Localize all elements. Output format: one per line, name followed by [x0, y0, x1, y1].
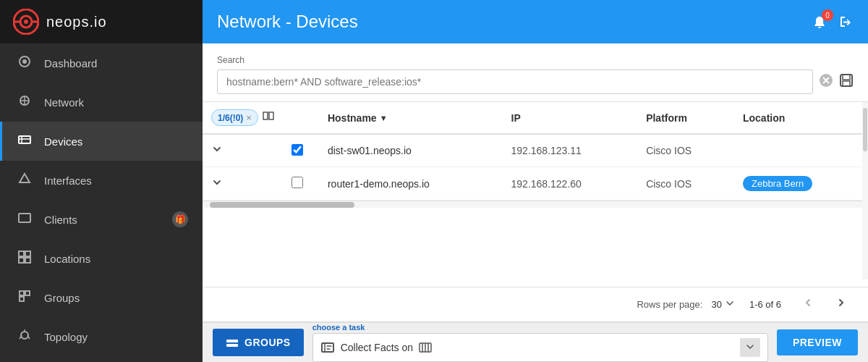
rows-per-page-select[interactable]: 30 [711, 298, 734, 311]
svg-point-22 [21, 332, 28, 339]
page-title: Network - Devices [217, 12, 358, 32]
col-platform-header: Platform [637, 102, 734, 134]
sidebar-item-clients[interactable]: Clients 🎁 [0, 200, 203, 239]
topbar: Network - Devices 0 [203, 0, 868, 43]
hostname-cell: dist-sw01.neops.io [319, 134, 503, 167]
filter-badge: 1/6(!0) × [211, 109, 258, 126]
expand-cell[interactable] [203, 134, 283, 167]
logo-text: neops.io [46, 14, 107, 30]
svg-rect-31 [843, 81, 850, 86]
sidebar-item-label: Dashboard [44, 57, 97, 70]
prev-page-button[interactable] [796, 293, 820, 316]
interfaces-icon [17, 172, 33, 188]
sidebar-item-label: Devices [44, 135, 82, 148]
sidebar-item-devices[interactable]: Devices [0, 122, 203, 161]
platform-cell: Cisco IOS [637, 167, 734, 201]
logo-icon [13, 9, 39, 35]
column-toggle-button[interactable] [263, 110, 274, 125]
svg-rect-21 [20, 297, 24, 301]
svg-rect-32 [263, 112, 268, 119]
vertical-scrollbar[interactable] [862, 102, 868, 279]
logout-button[interactable] [838, 14, 854, 30]
location-tag: Zebbra Bern [743, 176, 812, 191]
search-label: Search [217, 55, 854, 65]
clients-icon [17, 211, 33, 227]
col-location-header: Location [734, 102, 868, 134]
dashboard-icon [17, 55, 33, 71]
content-area: Search hostname:bern* AND software_relea… [203, 43, 868, 321]
sidebar-item-interfaces[interactable]: Interfaces [0, 161, 203, 200]
filter-clear-button[interactable]: × [246, 112, 252, 123]
col-ip-header: IP [503, 102, 638, 134]
checkbox-cell[interactable] [283, 134, 319, 167]
sidebar-item-locations[interactable]: Locations [0, 239, 203, 278]
choose-task-label: choose a task [312, 323, 768, 332]
svg-rect-36 [322, 343, 333, 352]
svg-rect-15 [19, 251, 24, 256]
vertical-scroll-thumb[interactable] [863, 108, 867, 151]
svg-marker-13 [20, 174, 30, 182]
expand-cell[interactable] [203, 167, 283, 201]
rows-dropdown-icon [725, 298, 735, 311]
groups-button[interactable]: GROUPS [213, 329, 304, 356]
sidebar-item-network[interactable]: Network [0, 83, 203, 122]
task-select-text: Collect Facts on [320, 340, 734, 355]
ip-cell: 192.168.123.11 [503, 134, 638, 167]
main-area: Network - Devices 0 Search hostname:bern… [203, 0, 868, 362]
table-container: 1/6(!0) × Hostname [203, 102, 868, 287]
clients-badge: 🎁 [172, 211, 188, 227]
sidebar-item-label: Clients [44, 214, 77, 226]
row-checkbox[interactable] [292, 144, 303, 156]
expand-button[interactable] [211, 177, 223, 191]
pagination-row: Rows per page: 30 1-6 of 6 [203, 287, 868, 321]
devices-table: 1/6(!0) × Hostname [203, 102, 868, 201]
topology-icon [17, 329, 33, 345]
sidebar-item-groups[interactable]: Groups [0, 278, 203, 317]
platform-cell: Cisco IOS [637, 134, 734, 167]
rows-per-page-value: 30 [711, 299, 721, 310]
col-checkbox-header [283, 102, 319, 134]
devices-icon [17, 133, 33, 149]
page-range: 1-6 of 6 [749, 299, 781, 310]
ip-cell: 192.168.122.60 [503, 167, 638, 201]
checkbox-cell[interactable] [283, 167, 319, 201]
svg-rect-34 [226, 340, 238, 342]
col-hostname-header[interactable]: Hostname ▼ [319, 102, 503, 134]
table-row: router1-demo.neops.io 192.168.122.60 Cis… [203, 167, 868, 201]
expand-button[interactable] [211, 143, 223, 158]
horizontal-scrollbar[interactable] [203, 201, 868, 208]
sidebar: neops.io Dashboard Network Devices Inter… [0, 0, 203, 362]
svg-point-2 [24, 20, 28, 24]
search-clear-button[interactable] [819, 73, 833, 91]
task-select-row[interactable]: Collect Facts on [312, 333, 768, 362]
next-page-button[interactable] [829, 293, 854, 316]
svg-rect-10 [19, 136, 30, 143]
svg-point-6 [22, 59, 27, 64]
horizontal-scroll-thumb[interactable] [210, 202, 354, 208]
svg-rect-16 [25, 251, 30, 256]
groups-icon [17, 290, 33, 306]
row-checkbox[interactable] [292, 177, 303, 188]
search-input[interactable]: hostname:bern* AND software_release:ios* [217, 70, 813, 94]
sidebar-item-label: Network [44, 96, 84, 109]
sidebar-item-label: Interfaces [44, 174, 92, 187]
task-dropdown-icon[interactable] [740, 338, 760, 357]
location-cell [734, 134, 868, 167]
svg-rect-14 [19, 214, 30, 222]
svg-rect-33 [269, 112, 273, 119]
search-area: Search hostname:bern* AND software_relea… [203, 43, 868, 102]
preview-button[interactable]: PREVIEW [777, 329, 858, 355]
logo-area: neops.io [0, 0, 203, 43]
sort-arrow-icon: ▼ [380, 114, 388, 122]
task-area: choose a task Collect Facts on [312, 323, 768, 362]
svg-rect-20 [25, 291, 30, 295]
locations-icon [17, 251, 33, 266]
notifications-button[interactable]: 0 [812, 14, 827, 30]
sidebar-item-topology[interactable]: Topology [0, 317, 203, 356]
bottom-bar: GROUPS choose a task Collect Facts on PR… [203, 321, 868, 362]
sidebar-item-label: Groups [44, 292, 80, 304]
search-save-button[interactable] [839, 73, 854, 91]
sidebar-item-dashboard[interactable]: Dashboard [0, 43, 203, 83]
sidebar-item-label: Topology [44, 331, 88, 343]
svg-rect-19 [20, 291, 24, 295]
